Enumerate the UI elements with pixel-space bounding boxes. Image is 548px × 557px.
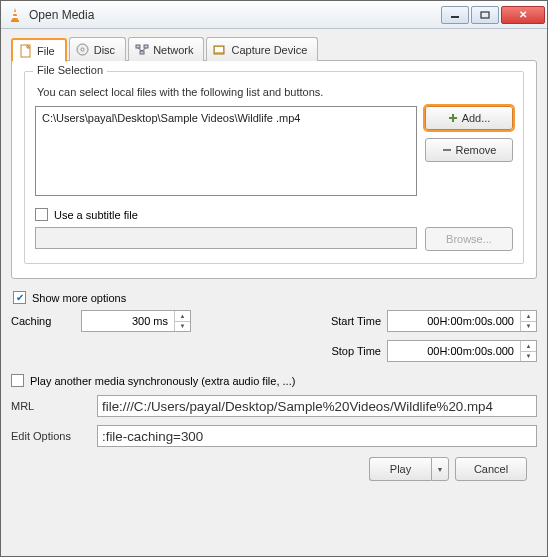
minimize-button[interactable] [441, 6, 469, 24]
file-selection-legend: File Selection [33, 64, 107, 76]
file-list[interactable]: C:\Users\payal\Desktop\Sample Videos\Wil… [35, 106, 417, 196]
stop-time-value: 00H:00m:00s.000 [388, 341, 520, 361]
subtitle-checkbox-label: Use a subtitle file [54, 209, 138, 221]
spinner-down-icon[interactable]: ▼ [521, 352, 536, 362]
svg-rect-2 [13, 12, 17, 14]
play-button-label: Play [390, 463, 411, 475]
minus-icon [442, 145, 452, 155]
disc-icon [76, 43, 90, 57]
spinner-up-icon[interactable]: ▲ [521, 311, 536, 322]
plus-icon [448, 113, 458, 123]
start-time-value: 00H:00m:00s.000 [388, 311, 520, 331]
tab-capture[interactable]: Capture Device [206, 37, 318, 61]
maximize-button[interactable] [471, 6, 499, 24]
close-button[interactable]: ✕ [501, 6, 545, 24]
tab-disc[interactable]: Disc [69, 37, 126, 61]
svg-rect-9 [136, 45, 140, 48]
capture-icon [213, 43, 227, 57]
network-icon [135, 43, 149, 57]
show-more-options-label: Show more options [32, 292, 126, 304]
spinner-down-icon[interactable]: ▼ [521, 322, 536, 332]
file-icon [19, 44, 33, 58]
extra-audio-label: Play another media synchronously (extra … [30, 375, 295, 387]
mrl-label: MRL [11, 400, 89, 412]
svg-rect-1 [11, 20, 19, 22]
svg-rect-5 [481, 12, 489, 18]
play-dropdown-button[interactable]: ▼ [431, 457, 449, 481]
start-time-label: Start Time [317, 315, 387, 327]
tab-page-file: File Selection You can select local file… [11, 60, 537, 279]
remove-button-label: Remove [456, 144, 497, 156]
subtitle-checkbox[interactable] [35, 208, 48, 221]
svg-rect-15 [215, 47, 223, 52]
extra-audio-checkbox[interactable] [11, 374, 24, 387]
stop-time-spinner[interactable]: 00H:00m:00s.000 ▲▼ [387, 340, 537, 362]
tab-bar: File Disc Network Capture Device [11, 37, 537, 61]
file-selection-help: You can select local files with the foll… [37, 86, 513, 98]
tab-network-label: Network [153, 44, 193, 56]
svg-rect-10 [144, 45, 148, 48]
more-options-panel: Caching 300 ms ▲▼ Start Time 00H:00m:00s… [11, 310, 537, 362]
svg-point-8 [81, 48, 84, 51]
edit-options-input[interactable] [97, 425, 537, 447]
play-button[interactable]: Play [369, 457, 431, 481]
edit-options-label: Edit Options [11, 430, 89, 442]
dialog-footer: Play ▼ Cancel [11, 447, 537, 481]
file-selection-group: File Selection You can select local file… [24, 71, 524, 264]
browse-button-label: Browse... [446, 233, 492, 245]
chevron-down-icon: ▼ [437, 466, 444, 473]
tab-file-label: File [37, 45, 55, 57]
window-title: Open Media [29, 8, 439, 22]
add-button[interactable]: Add... [425, 106, 513, 130]
vlc-icon [7, 7, 23, 23]
stop-time-label: Stop Time [317, 345, 387, 357]
mrl-input[interactable] [97, 395, 537, 417]
subtitle-path-input [35, 227, 417, 249]
start-time-spinner[interactable]: 00H:00m:00s.000 ▲▼ [387, 310, 537, 332]
browse-subtitle-button: Browse... [425, 227, 513, 251]
open-media-window: Open Media ✕ File Disc Network Capture D… [0, 0, 548, 557]
spinner-up-icon[interactable]: ▲ [175, 311, 190, 322]
cancel-button[interactable]: Cancel [455, 457, 527, 481]
tab-capture-label: Capture Device [231, 44, 307, 56]
svg-rect-11 [140, 51, 144, 54]
spinner-down-icon[interactable]: ▼ [175, 322, 190, 332]
svg-rect-4 [451, 16, 459, 18]
caching-value: 300 ms [82, 311, 174, 331]
file-list-item[interactable]: C:\Users\payal\Desktop\Sample Videos\Wil… [40, 111, 412, 125]
content-area: File Disc Network Capture Device File Se… [1, 29, 547, 556]
titlebar: Open Media ✕ [1, 1, 547, 29]
remove-button[interactable]: Remove [425, 138, 513, 162]
tab-disc-label: Disc [94, 44, 115, 56]
show-more-options-checkbox[interactable] [13, 291, 26, 304]
add-button-label: Add... [462, 112, 491, 124]
caching-spinner[interactable]: 300 ms ▲▼ [81, 310, 191, 332]
caching-label: Caching [11, 315, 81, 327]
tab-network[interactable]: Network [128, 37, 204, 61]
cancel-button-label: Cancel [474, 463, 508, 475]
play-split-button: Play ▼ [369, 457, 449, 481]
spinner-up-icon[interactable]: ▲ [521, 341, 536, 352]
tab-file[interactable]: File [11, 38, 67, 62]
svg-rect-3 [12, 16, 18, 18]
